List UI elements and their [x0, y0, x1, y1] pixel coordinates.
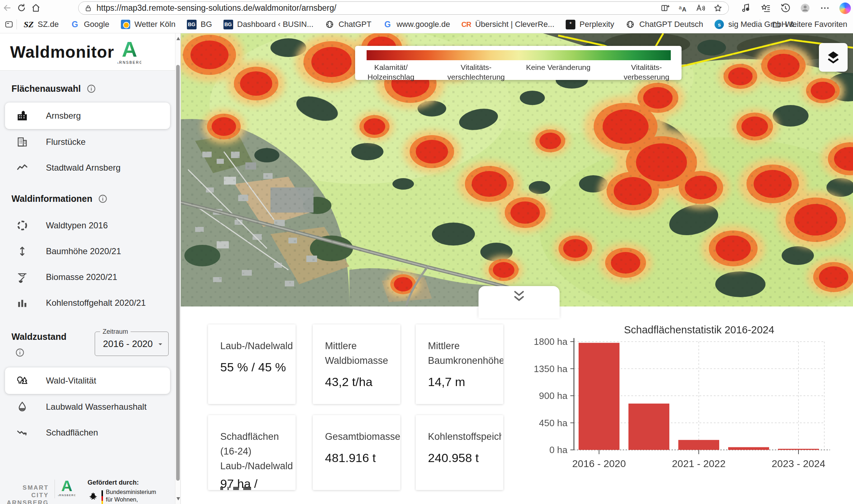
- sidebar-item-laubwald-wasserhaushalt[interactable]: Laubwald Wasserhaushalt: [5, 394, 170, 420]
- bookmark-label: Wetter Köln: [135, 20, 176, 29]
- bookmark-übersicht-cleverre[interactable]: CRÜbersicht | CleverRe...: [461, 19, 555, 30]
- read-aloud-icon[interactable]: [696, 3, 705, 13]
- translate-icon[interactable]: aA: [678, 3, 688, 13]
- address-bar[interactable]: https://map3d.remote-sensing-solutions.d…: [78, 1, 729, 15]
- y-tick-label: 1800 ha: [534, 336, 568, 347]
- sidebar-item-wald-vitalität[interactable]: Wald-Vitalität: [5, 367, 170, 394]
- y-tick-label: 0 ha: [549, 444, 567, 455]
- bookmark-sz-de[interactable]: SZSZ.de: [23, 19, 59, 30]
- more-favorites-label: Weitere Favoriten: [785, 20, 847, 29]
- sidebar-item-kohlenstoffgehalt-2020-21[interactable]: Kohlenstoffgehalt 2020/21: [5, 290, 170, 316]
- stat-label: Kohlenstoffspeicher: [428, 429, 501, 444]
- bar-4: [778, 449, 819, 450]
- openai-favicon: [625, 19, 636, 30]
- back-button[interactable]: [0, 1, 14, 14]
- bookmark-chatgpt-deutsch[interactable]: ChatGPT Deutsch: [625, 19, 703, 30]
- info-icon[interactable]: [98, 194, 108, 204]
- app-logo[interactable]: Waldmonitor A ARNSBERG: [0, 33, 175, 71]
- layers-button[interactable]: [819, 43, 848, 72]
- scale-icon: [16, 271, 29, 284]
- sidebar-item-label: Stadtwald Arnsberg: [46, 163, 121, 173]
- chart-title: Schadflächenstatistik 2016-2024: [624, 324, 774, 336]
- home-button[interactable]: [29, 1, 43, 14]
- stat-value: 240.958 t: [428, 450, 500, 466]
- bar-3: [728, 447, 769, 450]
- bookmark-www-google-de[interactable]: Gwww.google.de: [382, 19, 450, 30]
- sz-favicon: SZ: [23, 19, 34, 30]
- stat-value: 43,2 t/ha: [325, 374, 397, 390]
- sidebar-item-schadflächen[interactable]: Schadflächen: [5, 420, 170, 446]
- smart-city-logo: SMART CITY ARNSBERG: [6, 484, 49, 504]
- tab-panel-button[interactable]: [4, 19, 14, 30]
- sidebar-item-biomasse-2020-21[interactable]: Biomasse 2020/21: [5, 264, 170, 290]
- sidebar: Waldmonitor A ARNSBERG FlächenauswahlArn…: [0, 33, 175, 504]
- sidebar-item-flurstücke[interactable]: Flurstücke: [5, 129, 170, 155]
- bookmark-label: SZ.de: [38, 20, 59, 29]
- svg-text:A: A: [682, 6, 686, 13]
- home-icon: [31, 3, 41, 13]
- bookmark-label: Perplexity: [580, 20, 614, 29]
- more-favorites-button[interactable]: Weitere Favoriten: [771, 19, 847, 30]
- scroll-down-arrow[interactable]: [176, 497, 180, 500]
- info-icon[interactable]: [15, 348, 25, 357]
- sidebar-item-baumhöhe-2020-21[interactable]: Baumhöhe 2020/21: [5, 238, 170, 264]
- bar-1: [628, 404, 669, 450]
- refresh-button[interactable]: [14, 1, 29, 14]
- cleverreach-favicon: CR: [461, 19, 472, 30]
- bar-2: [678, 440, 719, 450]
- favorite-star-icon[interactable]: [713, 3, 723, 13]
- bg-favicon: BG: [186, 19, 197, 30]
- sidebar-item-stadtwald-arnsberg[interactable]: Stadtwald Arnsberg: [5, 155, 170, 181]
- bookmark-wetter-köln[interactable]: Wetter Köln: [120, 19, 176, 30]
- refresh-icon: [17, 3, 27, 13]
- stat-label: Mittlere Waldbiomasse: [325, 339, 393, 368]
- sidebar-footer: SMART CITY ARNSBERG A ARNSBERG Gefördert…: [0, 470, 175, 504]
- panel-collapse-button[interactable]: [479, 286, 560, 318]
- legend-label-vitalitäts-verschlechterung: Vitalitäts-verschlechterung: [429, 62, 523, 82]
- split-screen-icon[interactable]: [660, 3, 670, 13]
- stat-label: Mittlere Baumkronenhöhe: [428, 339, 496, 368]
- browser-toolbar: https://map3d.remote-sensing-solutions.d…: [0, 0, 853, 16]
- bookmarks-bar: SZSZ.deGGoogleWetter KölnBGBGBGDashboard…: [0, 16, 853, 33]
- info-icon[interactable]: [86, 84, 96, 94]
- stat-label: Laub-/Nadelwald: [220, 339, 288, 353]
- sidebar-scrollbar[interactable]: [175, 33, 181, 504]
- zeitraum-label: Zeitraum: [100, 328, 131, 336]
- scroll-up-arrow[interactable]: [176, 37, 180, 40]
- sidebar-item-waldtypen-2016[interactable]: Waldtypen 2016: [5, 213, 170, 238]
- building-icon: [16, 135, 29, 148]
- layers-icon: [825, 49, 841, 65]
- sidebar-item-label: Flurstücke: [46, 137, 86, 147]
- media-controls-icon[interactable]: [741, 3, 751, 13]
- google-favicon: G: [70, 19, 80, 30]
- statistics-panel: Laub-/Nadelwald55 % / 45 %Mittlere Waldb…: [181, 306, 853, 504]
- folder-icon: [771, 19, 782, 30]
- copilot-icon[interactable]: [839, 3, 851, 14]
- bookmark-google[interactable]: GGoogle: [70, 19, 109, 30]
- bookmark-bg[interactable]: BGBG: [186, 19, 212, 30]
- sidebar-item-arnsberg[interactable]: Arnsberg: [5, 103, 170, 129]
- bookmark-perplexity[interactable]: *Perplexity: [565, 19, 614, 30]
- bookmark-label: BG: [201, 20, 212, 29]
- sidebar-item-label: Kohlenstoffgehalt 2020/21: [46, 298, 146, 308]
- caret-down-icon: [156, 340, 165, 348]
- map-canvas[interactable]: Kalamität/HolzeinschlagVitalitäts-versch…: [181, 33, 853, 306]
- bookmark-label: Google: [84, 20, 109, 29]
- zeitraum-select[interactable]: Zeitraum2016 - 2020: [95, 332, 169, 356]
- history-icon[interactable]: [780, 3, 791, 13]
- scrollbar-thumb[interactable]: [176, 65, 180, 481]
- divider: [17, 19, 17, 29]
- zeitraum-value: 2016 - 2020: [103, 338, 153, 350]
- bookmark-label: ChatGPT: [339, 20, 372, 29]
- collections-icon[interactable]: [760, 3, 771, 13]
- bookmark-chatgpt[interactable]: ChatGPT: [324, 19, 372, 30]
- bookmark-dashboard-busin[interactable]: BGDashboard ‹ BUSIN...: [223, 19, 314, 30]
- openai-favicon: [324, 19, 335, 30]
- x-tick-label: 2016 - 2020: [572, 458, 626, 469]
- profile-avatar[interactable]: [800, 3, 810, 13]
- city-icon: [16, 109, 29, 122]
- more-menu-icon[interactable]: [820, 3, 830, 13]
- stat-value: 14,7 m: [428, 374, 500, 390]
- stat-card-kohlenstoffspeicher: Kohlenstoffspeicher240.958 t: [416, 415, 503, 490]
- ministry-label: Bundesministeriumfür Wohnen, Stadtentwic…: [106, 488, 175, 504]
